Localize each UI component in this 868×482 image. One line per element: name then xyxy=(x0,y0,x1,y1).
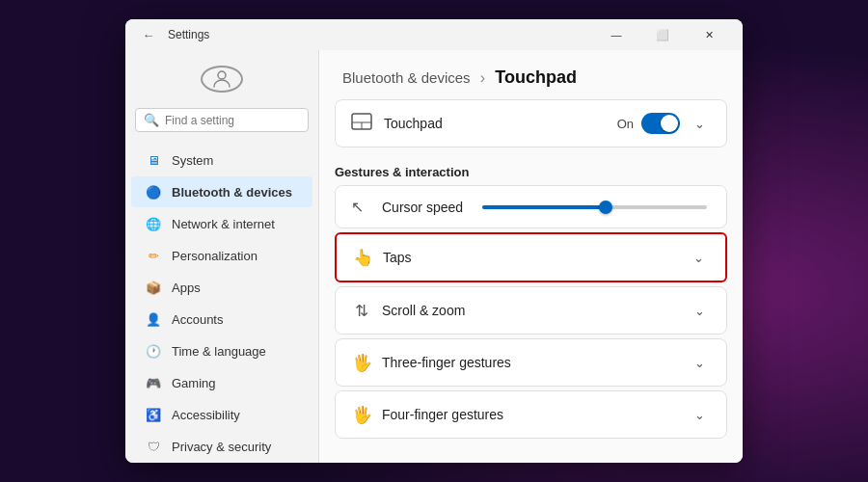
cursor-speed-icon: ↖ xyxy=(351,198,372,216)
sidebar-item-accessibility[interactable]: ♿Accessibility xyxy=(131,399,312,430)
settings-list: ↖ Cursor speed 👆 Taps ⌄ ⇅ Scroll & zoom … xyxy=(319,185,743,439)
sidebar: 🔍 🖥System🔵Bluetooth & devices🌐Network & … xyxy=(125,50,318,463)
sidebar-item-bluetooth[interactable]: 🔵Bluetooth & devices xyxy=(131,176,312,207)
setting-row-cursor-speed[interactable]: ↖ Cursor speed xyxy=(335,185,727,228)
taps-chevron[interactable]: ⌄ xyxy=(687,246,710,269)
minimize-button[interactable]: — xyxy=(594,19,638,50)
search-icon: 🔍 xyxy=(144,113,159,127)
four-finger-chevron[interactable]: ⌄ xyxy=(688,403,711,426)
system-icon: 🖥 xyxy=(145,151,162,169)
four-finger-icon: 🖐 xyxy=(351,405,372,425)
sidebar-label-privacy: Privacy & security xyxy=(172,440,271,454)
network-icon: 🌐 xyxy=(145,215,162,232)
main-content: Bluetooth & devices › Touchpad Touchpad … xyxy=(318,50,743,463)
breadcrumb-current: Touchpad xyxy=(495,67,577,87)
sidebar-label-personalization: Personalization xyxy=(172,249,258,263)
taps-icon: 👆 xyxy=(352,248,373,268)
personalization-icon: ✏ xyxy=(145,247,162,264)
sidebar-label-system: System xyxy=(172,153,213,168)
touchpad-card: Touchpad On ⌄ xyxy=(335,99,727,147)
toggle-on-label: On xyxy=(617,117,634,131)
svg-point-0 xyxy=(218,71,226,79)
maximize-button[interactable]: ⬜ xyxy=(640,19,685,50)
bluetooth-icon: 🔵 xyxy=(145,183,162,201)
search-input[interactable] xyxy=(165,114,300,127)
three-finger-label: Three-finger gestures xyxy=(382,355,678,370)
gestures-label: Gestures & interaction xyxy=(319,153,743,185)
close-button[interactable]: ✕ xyxy=(687,19,731,50)
sidebar-item-apps[interactable]: 📦Apps xyxy=(131,272,312,303)
settings-window: ← Settings — ⬜ ✕ 🔍 🖥System🔵Bluetooth & d… xyxy=(125,19,743,463)
setting-row-three-finger[interactable]: 🖐 Three-finger gestures ⌄ xyxy=(335,338,727,387)
sidebar-item-gaming[interactable]: 🎮Gaming xyxy=(131,367,312,398)
gaming-icon: 🎮 xyxy=(145,374,162,391)
sidebar-item-personalization[interactable]: ✏Personalization xyxy=(131,240,312,271)
scroll-zoom-label: Scroll & zoom xyxy=(382,303,678,318)
touchpad-label: Touchpad xyxy=(384,116,606,131)
breadcrumb-parent: Bluetooth & devices xyxy=(342,69,471,86)
back-button[interactable]: ← xyxy=(137,23,160,46)
touchpad-icon xyxy=(351,113,372,135)
three-finger-chevron[interactable]: ⌄ xyxy=(688,351,711,374)
setting-row-four-finger[interactable]: 🖐 Four-finger gestures ⌄ xyxy=(335,390,727,439)
apps-icon: 📦 xyxy=(145,279,162,296)
sidebar-label-accessibility: Accessibility xyxy=(172,408,240,422)
sidebar-item-privacy[interactable]: 🛡Privacy & security xyxy=(131,431,312,462)
sidebar-item-network[interactable]: 🌐Network & internet xyxy=(131,208,312,239)
sidebar-item-time[interactable]: 🕐Time & language xyxy=(131,335,312,366)
setting-row-taps[interactable]: 👆 Taps ⌄ xyxy=(335,232,727,282)
setting-row-scroll-zoom[interactable]: ⇅ Scroll & zoom ⌄ xyxy=(335,286,727,335)
touchpad-toggle[interactable] xyxy=(641,113,680,134)
four-finger-label: Four-finger gestures xyxy=(382,407,678,422)
nav-list: 🖥System🔵Bluetooth & devices🌐Network & in… xyxy=(125,144,318,463)
sidebar-label-time: Time & language xyxy=(172,344,266,359)
time-icon: 🕐 xyxy=(145,342,162,360)
privacy-icon: 🛡 xyxy=(145,438,162,455)
accessibility-icon: ♿ xyxy=(145,406,162,423)
touchpad-card-chevron[interactable]: ⌄ xyxy=(688,112,711,135)
taps-label: Taps xyxy=(383,250,677,265)
title-bar: ← Settings — ⬜ ✕ xyxy=(125,19,743,50)
three-finger-icon: 🖐 xyxy=(351,353,372,373)
window-title: Settings xyxy=(168,28,209,41)
window-body: 🔍 🖥System🔵Bluetooth & devices🌐Network & … xyxy=(125,50,743,463)
sidebar-label-accounts: Accounts xyxy=(172,312,223,327)
avatar xyxy=(201,66,243,93)
scroll-zoom-icon: ⇅ xyxy=(351,301,372,321)
breadcrumb-sep: › xyxy=(480,69,485,86)
sidebar-label-bluetooth: Bluetooth & devices xyxy=(172,185,292,200)
sidebar-label-network: Network & internet xyxy=(172,217,275,231)
sidebar-label-gaming: Gaming xyxy=(172,376,216,390)
accounts-icon: 👤 xyxy=(145,310,162,328)
breadcrumb: Bluetooth & devices › Touchpad xyxy=(319,50,743,99)
cursor-speed-label: Cursor speed xyxy=(382,200,469,215)
sidebar-label-apps: Apps xyxy=(172,281,201,295)
search-box[interactable]: 🔍 xyxy=(135,108,309,132)
sidebar-item-accounts[interactable]: 👤Accounts xyxy=(131,304,312,335)
cursor-speed-track[interactable] xyxy=(482,205,707,209)
sidebar-item-system[interactable]: 🖥System xyxy=(131,145,312,175)
scroll-zoom-chevron[interactable]: ⌄ xyxy=(688,299,711,322)
